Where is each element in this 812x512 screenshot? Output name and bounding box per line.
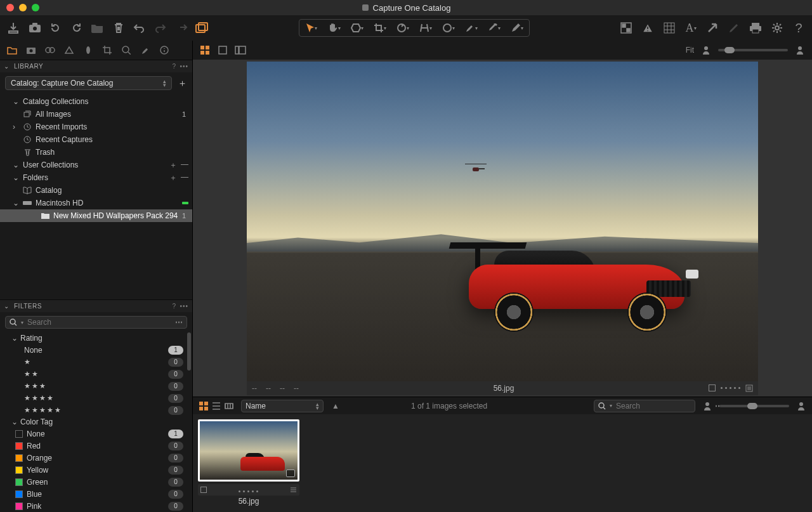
- adjustments-tab-icon[interactable]: [140, 44, 151, 56]
- rating-filter-none[interactable]: None1: [3, 344, 190, 356]
- mask-brush-icon[interactable]: ▾: [464, 22, 478, 34]
- thumb-person-right-icon[interactable]: [796, 400, 807, 412]
- zoom-person-right-icon[interactable]: [794, 44, 806, 56]
- crop-tool-icon[interactable]: ▾: [373, 22, 387, 34]
- colortag-red[interactable]: Red0: [3, 440, 190, 452]
- edit-icon[interactable]: [727, 21, 741, 35]
- trash-icon[interactable]: [112, 21, 126, 35]
- rating-dots[interactable]: [721, 387, 740, 389]
- thumb-size-slider[interactable]: [719, 405, 789, 407]
- minimize-window-button[interactable]: [19, 4, 27, 11]
- rotate-tool-icon[interactable]: ▾: [396, 22, 410, 34]
- eyedropper-icon[interactable]: ▾: [487, 22, 501, 34]
- folder-open-icon[interactable]: [90, 21, 104, 35]
- colortag-pink[interactable]: Pink0: [3, 500, 190, 512]
- advanced-search-button[interactable]: ⋯: [175, 318, 183, 327]
- thumb-person-icon[interactable]: [702, 400, 713, 412]
- rating-filter-5[interactable]: ★★★★★0: [3, 404, 190, 416]
- sort-direction-icon[interactable]: ▲: [330, 400, 341, 412]
- remove-collection-button[interactable]: —: [181, 160, 188, 171]
- grid-icon[interactable]: [662, 21, 676, 35]
- catalog-selector[interactable]: Catalog: Capture One Catalog ▴▾: [5, 76, 172, 90]
- tree-recent-captures[interactable]: Recent Captures: [0, 133, 192, 146]
- add-collection-button[interactable]: ＋: [169, 160, 177, 171]
- rotate-left-icon[interactable]: [48, 21, 62, 35]
- capture-icon[interactable]: [28, 21, 42, 35]
- spot-tool-icon[interactable]: ▾: [442, 22, 455, 34]
- rating-filter-1[interactable]: ★0: [3, 356, 190, 368]
- exposure-tab-icon[interactable]: [82, 44, 94, 56]
- undo-icon[interactable]: [132, 21, 146, 35]
- add-catalog-button[interactable]: ＋: [177, 77, 187, 89]
- thumb-rating-dots[interactable]: [237, 485, 259, 494]
- sort-selector[interactable]: Name ▴▾: [241, 400, 324, 412]
- color-tag-box[interactable]: [709, 384, 716, 391]
- zoom-person-icon[interactable]: [700, 44, 712, 56]
- variants-icon[interactable]: [195, 21, 209, 35]
- reset-icon[interactable]: [175, 21, 189, 35]
- capture-tab-icon[interactable]: [25, 44, 37, 56]
- add-folder-button[interactable]: ＋: [169, 173, 177, 183]
- redo-icon[interactable]: [154, 21, 167, 35]
- tree-selected-folder[interactable]: New Mixed HD Wallpapers Pack 2941: [0, 209, 192, 222]
- rating-filter-section[interactable]: ⌄Rating: [3, 332, 190, 344]
- maximize-window-button[interactable]: [32, 4, 39, 11]
- zoom-slider[interactable]: [718, 49, 788, 51]
- filters-panel-header[interactable]: ⌄ FILTERS ? •••: [0, 299, 192, 312]
- tree-trash[interactable]: Trash: [0, 146, 192, 159]
- colortag-filter-section[interactable]: ⌄Color Tag: [3, 416, 190, 428]
- panel-menu-icon[interactable]: •••: [180, 303, 188, 310]
- tree-recent-imports[interactable]: ›Recent Imports: [0, 121, 192, 133]
- tree-volume[interactable]: ⌄Macintosh HD: [0, 197, 192, 209]
- panel-help-icon[interactable]: ?: [172, 303, 176, 310]
- color-tab-icon[interactable]: [63, 44, 75, 56]
- pan-cursor-icon[interactable]: ▾: [327, 22, 341, 34]
- colortag-yellow[interactable]: Yellow0: [3, 464, 190, 476]
- browser-search-input[interactable]: [616, 402, 711, 410]
- tree-catalog-folder[interactable]: Catalog: [0, 184, 192, 197]
- panel-help-icon[interactable]: ?: [172, 63, 176, 70]
- keystone-tool-icon[interactable]: ▾: [419, 22, 433, 34]
- colortag-green[interactable]: Green0: [3, 476, 190, 488]
- close-window-button[interactable]: [6, 4, 14, 11]
- tree-all-images[interactable]: All Images1: [0, 108, 192, 121]
- select-cursor-icon[interactable]: ▾: [304, 22, 318, 34]
- tree-user-collections[interactable]: ⌄User Collections＋—: [0, 159, 192, 171]
- lens-tab-icon[interactable]: [44, 44, 56, 56]
- colortag-blue[interactable]: Blue0: [3, 488, 190, 500]
- metadata-tab-icon[interactable]: [159, 44, 170, 56]
- loupe-icon[interactable]: ▾: [350, 22, 364, 34]
- import-icon[interactable]: [6, 21, 20, 35]
- settings-icon[interactable]: [770, 21, 784, 35]
- colortag-orange[interactable]: Orange0: [3, 452, 190, 464]
- filter-search-input[interactable]: [27, 318, 171, 327]
- browser-filmstrip-view-icon[interactable]: [223, 401, 235, 411]
- rating-filter-4[interactable]: ★★★★0: [3, 392, 190, 404]
- rating-filter-3[interactable]: ★★★0: [3, 380, 190, 392]
- help-icon[interactable]: ?: [792, 21, 806, 35]
- rotate-right-icon[interactable]: [70, 21, 84, 35]
- browser-list-view-icon[interactable]: [211, 401, 222, 411]
- thumbnail-item[interactable]: 56.jpg: [198, 419, 299, 506]
- viewer-single-mode-icon[interactable]: [217, 44, 228, 56]
- viewer-multi-mode-icon[interactable]: [235, 44, 246, 56]
- alert-icon[interactable]: [641, 21, 655, 35]
- thumb-colortag-box[interactable]: [200, 487, 207, 493]
- viewer-canvas[interactable]: -------- 56.jpg: [193, 60, 812, 397]
- print-icon[interactable]: [749, 21, 763, 35]
- filters-scrollbar[interactable]: [187, 332, 191, 371]
- export-icon[interactable]: [705, 21, 719, 35]
- adjust-brush-icon[interactable]: ▾: [510, 22, 524, 34]
- exposure-warning-icon[interactable]: [619, 21, 633, 35]
- tree-catalog-collections[interactable]: ⌄Catalog Collections: [0, 95, 192, 108]
- details-tab-icon[interactable]: [121, 44, 132, 56]
- filter-search[interactable]: ▾ ⋯: [5, 316, 187, 329]
- browser-thumb-view-icon[interactable]: [198, 401, 209, 411]
- rating-filter-2[interactable]: ★★0: [3, 368, 190, 380]
- remove-folder-button[interactable]: —: [181, 173, 188, 183]
- library-panel-header[interactable]: ⌄ LIBRARY ? •••: [0, 60, 192, 72]
- tree-folders[interactable]: ⌄Folders＋—: [0, 171, 192, 184]
- colortag-none[interactable]: None1: [3, 428, 190, 440]
- library-tab-icon[interactable]: [6, 44, 18, 56]
- crop-tab-icon[interactable]: [102, 44, 113, 56]
